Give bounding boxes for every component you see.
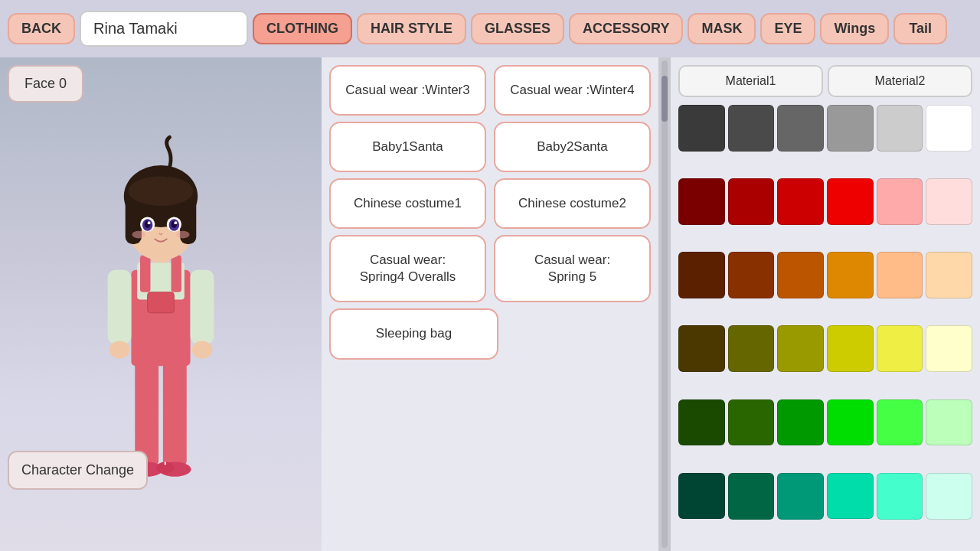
scroll-thumb[interactable] <box>662 76 668 122</box>
svg-point-16 <box>192 341 213 358</box>
character-change-button[interactable]: Character Change <box>8 451 148 490</box>
clothing-item-chinese-costume1[interactable]: Chinese costume1 <box>329 178 486 229</box>
clothing-row-4: Casual wear:Spring4 Overalls Casual wear… <box>329 235 651 302</box>
color-swatch-r3-c4[interactable] <box>877 325 923 372</box>
color-swatch-r5-c1[interactable] <box>728 473 775 520</box>
tab-wings[interactable]: Wings <box>820 13 889 44</box>
clothing-row-3: Chinese costume1 Chinese costume2 <box>329 178 651 229</box>
color-swatch-r4-c1[interactable] <box>728 399 775 446</box>
material2-button[interactable]: Material2 <box>828 65 972 97</box>
color-swatch-r1-c1[interactable] <box>728 178 775 225</box>
color-swatch-r0-c3[interactable] <box>827 105 874 152</box>
clothing-item-baby1santa[interactable]: Baby1Santa <box>329 122 486 172</box>
color-swatch-r2-c3[interactable] <box>827 252 874 298</box>
color-swatch-r5-c0[interactable] <box>678 473 725 520</box>
clothing-item-baby2santa[interactable]: Baby2Santa <box>494 122 651 172</box>
tab-hair-style[interactable]: HAIR STYLE <box>357 13 466 44</box>
color-swatch-r3-c5[interactable] <box>926 325 972 372</box>
tab-mask[interactable]: MASK <box>688 13 756 44</box>
svg-rect-13 <box>108 270 132 344</box>
color-swatch-r2-c5[interactable] <box>926 252 972 298</box>
color-swatch-r1-c2[interactable] <box>777 178 824 225</box>
color-swatch-r0-c4[interactable] <box>877 105 923 152</box>
character-name-input[interactable] <box>80 11 248 47</box>
svg-point-29 <box>148 221 151 224</box>
clothing-item-casual-spring5[interactable]: Casual wear:Spring 5 <box>494 235 651 302</box>
color-swatch-r2-c0[interactable] <box>678 252 725 298</box>
scroll-track[interactable] <box>662 60 668 548</box>
color-grid <box>678 105 972 543</box>
svg-rect-4 <box>148 292 175 313</box>
tab-tail[interactable]: Tail <box>893 13 947 44</box>
color-swatch-r4-c4[interactable] <box>877 399 923 446</box>
color-swatch-r0-c0[interactable] <box>678 105 725 152</box>
color-palette-panel: Material1 Material2 <box>671 57 980 551</box>
color-swatch-r5-c2[interactable] <box>777 473 824 520</box>
back-button[interactable]: BACK <box>8 13 75 44</box>
clothing-item-casual-winter3[interactable]: Casual wear :Winter3 <box>329 65 486 116</box>
color-swatch-r1-c3[interactable] <box>827 178 874 225</box>
main-content: Face 0 <box>0 57 980 551</box>
color-swatch-r1-c4[interactable] <box>877 178 923 225</box>
color-swatch-r4-c3[interactable] <box>827 399 874 446</box>
color-swatch-r3-c0[interactable] <box>678 325 725 372</box>
svg-point-30 <box>174 221 177 224</box>
clothing-item-casual-spring4[interactable]: Casual wear:Spring4 Overalls <box>329 235 486 302</box>
color-swatch-r3-c2[interactable] <box>777 325 824 372</box>
color-swatch-r4-c2[interactable] <box>777 399 824 446</box>
clothing-item-sleeping-bag[interactable]: Sleeping bag <box>329 308 498 359</box>
color-swatch-r5-c5[interactable] <box>926 473 972 520</box>
color-swatch-r0-c2[interactable] <box>777 105 824 152</box>
left-panel: Face 0 <box>0 57 322 551</box>
color-swatch-r1-c0[interactable] <box>678 178 725 225</box>
tab-eye[interactable]: EYE <box>760 13 815 44</box>
clothing-row-5: Sleeping bag <box>329 308 651 359</box>
tab-accessory[interactable]: ACCESSORY <box>569 13 683 44</box>
clothing-row-2: Baby1Santa Baby2Santa <box>329 122 651 172</box>
color-swatch-r1-c5[interactable] <box>926 178 972 225</box>
clothing-item-casual-winter4[interactable]: Casual wear :Winter4 <box>494 65 651 116</box>
material1-button[interactable]: Material1 <box>678 65 823 97</box>
color-swatch-r2-c4[interactable] <box>877 252 923 298</box>
color-swatch-r3-c3[interactable] <box>827 325 874 372</box>
color-swatch-r4-c0[interactable] <box>678 399 725 446</box>
scroll-divider <box>658 57 671 551</box>
color-swatch-r0-c5[interactable] <box>926 105 972 152</box>
material-header: Material1 Material2 <box>678 65 972 97</box>
svg-rect-2 <box>140 256 151 292</box>
top-navigation: BACK CLOTHING HAIR STYLE GLASSES ACCESSO… <box>0 0 980 57</box>
clothing-list: Casual wear :Winter3 Casual wear :Winter… <box>322 57 658 551</box>
color-swatch-r2-c2[interactable] <box>777 252 824 298</box>
svg-point-22 <box>129 176 194 206</box>
svg-rect-14 <box>191 270 214 344</box>
svg-point-31 <box>132 231 145 239</box>
clothing-item-chinese-costume2[interactable]: Chinese costume2 <box>494 178 651 229</box>
svg-rect-3 <box>172 256 182 292</box>
clothing-row-1: Casual wear :Winter3 Casual wear :Winter… <box>329 65 651 116</box>
svg-rect-6 <box>163 362 187 465</box>
svg-point-32 <box>176 231 189 239</box>
color-swatch-r5-c4[interactable] <box>877 473 923 520</box>
color-swatch-r5-c3[interactable] <box>827 473 874 520</box>
tab-glasses[interactable]: GLASSES <box>471 13 564 44</box>
color-swatch-r2-c1[interactable] <box>728 252 775 298</box>
color-swatch-r4-c5[interactable] <box>926 399 972 446</box>
svg-point-15 <box>109 341 130 358</box>
color-swatch-r3-c1[interactable] <box>728 325 775 372</box>
tab-clothing[interactable]: CLOTHING <box>253 13 352 44</box>
color-swatch-r0-c1[interactable] <box>728 105 775 152</box>
face-button[interactable]: Face 0 <box>8 65 83 103</box>
